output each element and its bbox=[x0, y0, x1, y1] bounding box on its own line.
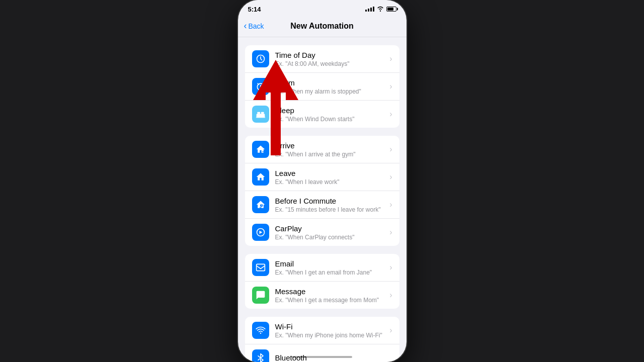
arrive-icon-bg bbox=[252, 141, 269, 158]
item-subtitle: Ex. "When I arrive at the gym" bbox=[275, 151, 386, 158]
list-item[interactable]: Email Ex. "When I get an email from Jane… bbox=[245, 254, 399, 282]
chevron-right-icon: › bbox=[389, 54, 392, 63]
status-icons bbox=[365, 6, 396, 13]
chevron-right-icon: › bbox=[389, 110, 392, 119]
svg-rect-12 bbox=[256, 264, 265, 270]
back-chevron-icon: ‹ bbox=[244, 21, 247, 30]
sleep-icon bbox=[256, 109, 266, 119]
scroll-content: Time of Day Ex. "At 8:00 AM, weekdays" › bbox=[238, 37, 407, 362]
email-icon-bg bbox=[252, 259, 269, 276]
clock-icon bbox=[256, 54, 266, 64]
item-subtitle: Ex. "15 minutes before I leave for work" bbox=[275, 206, 386, 213]
item-subtitle: Ex. "When CarPlay connects" bbox=[275, 234, 386, 241]
item-subtitle: Ex. "When I get an email from Jane" bbox=[275, 269, 386, 276]
svg-marker-11 bbox=[259, 231, 262, 234]
list-item[interactable]: Sleep Ex. "When Wind Down starts" › bbox=[245, 101, 399, 128]
connectivity-card: Wi-Fi Ex. "When my iPhone joins home Wi-… bbox=[245, 317, 399, 362]
list-item[interactable]: Wi-Fi Ex. "When my iPhone joins home Wi-… bbox=[245, 317, 399, 344]
content-area: Time of Day Ex. "At 8:00 AM, weekdays" › bbox=[238, 37, 407, 362]
page-title: New Automation bbox=[290, 22, 354, 31]
arrive-icon bbox=[256, 144, 266, 154]
list-item[interactable]: Bluetooth bbox=[245, 344, 399, 362]
list-item[interactable]: Leave Ex. "When I leave work" › bbox=[245, 163, 399, 191]
bluetooth-icon bbox=[256, 353, 266, 362]
location-section: Arrive Ex. "When I arrive at the gym" › bbox=[238, 136, 407, 246]
commute-icon-bg bbox=[252, 196, 269, 213]
leave-icon-bg bbox=[252, 168, 269, 186]
svg-rect-5 bbox=[257, 112, 260, 114]
sleep-icon-bg bbox=[252, 106, 269, 123]
chevron-right-icon: › bbox=[389, 172, 392, 182]
connectivity-section: Wi-Fi Ex. "When my iPhone joins home Wi-… bbox=[238, 317, 407, 362]
wifi-status-icon bbox=[377, 6, 384, 13]
carplay-icon-bg bbox=[252, 224, 269, 241]
nav-bar: ‹ Back New Automation bbox=[238, 15, 407, 37]
item-title: Alarm bbox=[275, 78, 386, 87]
message-icon-bg bbox=[252, 287, 269, 304]
alarm-icon-bg bbox=[252, 78, 269, 95]
item-subtitle: Ex. "When my iPhone joins home Wi-Fi" bbox=[275, 332, 386, 339]
chevron-right-icon: › bbox=[389, 82, 392, 91]
alarm-icon bbox=[256, 81, 266, 92]
chevron-right-icon: › bbox=[389, 200, 392, 209]
chevron-right-icon: › bbox=[389, 145, 392, 154]
item-title: Arrive bbox=[275, 141, 386, 150]
item-subtitle: Ex. "At 8:00 AM, weekdays" bbox=[275, 60, 386, 67]
chevron-right-icon: › bbox=[389, 291, 392, 300]
leave-icon bbox=[256, 172, 266, 182]
back-button[interactable]: ‹ Back bbox=[244, 22, 264, 30]
list-item[interactable]: Time of Day Ex. "At 8:00 AM, weekdays" › bbox=[245, 45, 399, 73]
item-title: CarPlay bbox=[275, 224, 386, 233]
svg-rect-6 bbox=[261, 112, 264, 114]
chevron-right-icon: › bbox=[389, 263, 392, 272]
commute-icon bbox=[256, 200, 266, 210]
item-title: Sleep bbox=[275, 106, 386, 115]
item-title: Leave bbox=[275, 169, 386, 177]
item-subtitle: Ex. "When I leave work" bbox=[275, 178, 386, 186]
item-title: Wi-Fi bbox=[275, 322, 386, 331]
list-item[interactable]: Alarm Ex. "When my alarm is stopped" › bbox=[245, 73, 399, 101]
item-title: Message bbox=[275, 287, 386, 296]
wifi-icon-bg bbox=[252, 322, 269, 339]
signal-bars bbox=[365, 7, 374, 12]
email-icon bbox=[256, 262, 266, 273]
location-card: Arrive Ex. "When I arrive at the gym" › bbox=[245, 136, 399, 246]
chevron-right-icon: › bbox=[389, 326, 392, 335]
clock-icon-bg bbox=[252, 50, 269, 67]
item-subtitle: Ex. "When Wind Down starts" bbox=[275, 116, 386, 123]
item-title: Email bbox=[275, 259, 386, 268]
status-time: 5:14 bbox=[248, 6, 261, 13]
carplay-icon bbox=[256, 227, 266, 237]
phone-frame: 5:14 ‹ Back New bbox=[238, 0, 407, 362]
svg-point-13 bbox=[260, 333, 261, 334]
communication-section: Email Ex. "When I get an email from Jane… bbox=[238, 254, 407, 309]
time-card: Time of Day Ex. "At 8:00 AM, weekdays" › bbox=[245, 45, 399, 128]
scroll-indicator bbox=[292, 356, 352, 358]
bluetooth-icon-bg bbox=[252, 349, 269, 362]
item-subtitle: Ex. "When I get a message from Mom" bbox=[275, 297, 386, 304]
wifi-icon bbox=[256, 325, 266, 335]
chevron-right-icon: › bbox=[389, 228, 392, 237]
communication-card: Email Ex. "When I get an email from Jane… bbox=[245, 254, 399, 309]
list-item[interactable]: Before I Commute Ex. "15 minutes before … bbox=[245, 191, 399, 219]
item-title: Time of Day bbox=[275, 51, 386, 59]
message-icon bbox=[256, 290, 266, 300]
svg-rect-7 bbox=[256, 117, 265, 118]
time-section: Time of Day Ex. "At 8:00 AM, weekdays" › bbox=[238, 45, 407, 128]
status-bar: 5:14 bbox=[238, 0, 407, 15]
battery-icon bbox=[386, 7, 396, 12]
item-subtitle: Ex. "When my alarm is stopped" bbox=[275, 88, 386, 95]
item-title: Before I Commute bbox=[275, 197, 386, 205]
back-label: Back bbox=[249, 22, 264, 30]
list-item[interactable]: Message Ex. "When I get a message from M… bbox=[245, 282, 399, 309]
list-item[interactable]: CarPlay Ex. "When CarPlay connects" › bbox=[245, 219, 399, 246]
list-item[interactable]: Arrive Ex. "When I arrive at the gym" › bbox=[245, 136, 399, 163]
